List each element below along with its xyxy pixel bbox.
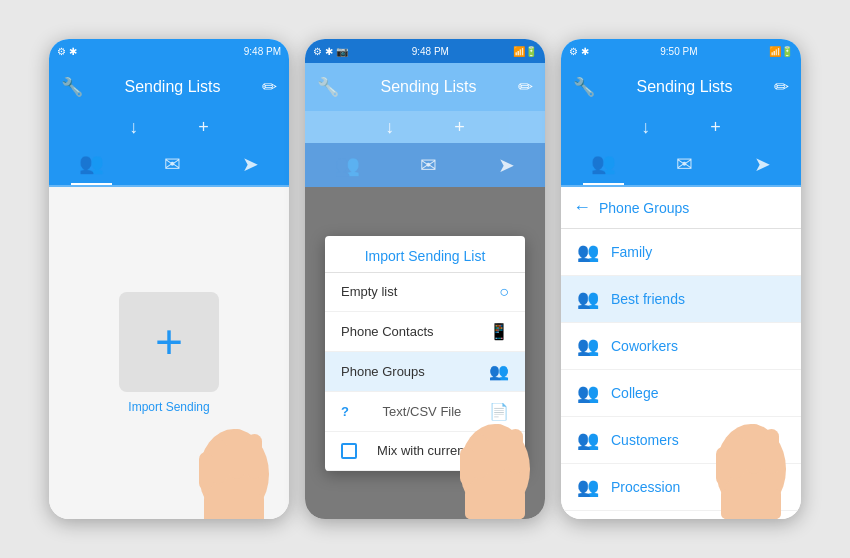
tab-email-3[interactable]: ✉ [668, 144, 701, 184]
procession-label: Procession [611, 479, 680, 495]
plus-icon: + [155, 318, 183, 366]
status-left-icons: ⚙ ✱ [57, 46, 77, 57]
list-item-family[interactable]: 👥 Family [561, 229, 801, 276]
dialog-title: Import Sending List [325, 236, 525, 273]
list-item-coworkers1[interactable]: 👥 Coworkers [561, 323, 801, 370]
phone-3: ⚙ ✱ 9:50 PM 📶🔋 🔧 Sending Lists ✏ ↓ + 👥 ✉… [561, 39, 801, 519]
app-bar-3: 🔧 Sending Lists ✏ [561, 63, 801, 111]
pencil-icon-3[interactable]: ✏ [774, 76, 789, 98]
wrench-icon-2: 🔧 [317, 76, 339, 98]
bestfriends-label: Best friends [611, 291, 685, 307]
svg-rect-9 [490, 424, 506, 474]
question-mark-icon: ? [341, 404, 349, 419]
svg-rect-2 [229, 429, 245, 479]
tab-send-3[interactable]: ➤ [746, 144, 779, 184]
back-arrow-icon[interactable]: ← [573, 197, 591, 218]
tab-email-icon[interactable]: ✉ [156, 144, 189, 184]
people-icon-family: 👥 [577, 241, 599, 263]
status-bar-1: ⚙ ✱ 9:48 PM [49, 39, 289, 63]
status-left-3: ⚙ ✱ [569, 46, 589, 57]
phone-2: ⚙ ✱ 📷 9:48 PM 📶🔋 🔧 Sending Lists ✏ ↓ + 👥… [305, 39, 545, 519]
tab-bar-1: 👥 ✉ ➤ [49, 143, 289, 187]
customers-label: Customers [611, 432, 679, 448]
down-arrow-2: ↓ [385, 117, 394, 138]
tab-people-icon[interactable]: 👥 [71, 143, 112, 185]
arrow-row-1: ↓ + [49, 111, 289, 143]
back-bar: ← Phone Groups [561, 187, 801, 229]
dialog-item-empty[interactable]: Empty list ○ [325, 273, 525, 312]
wrench-icon-3[interactable]: 🔧 [573, 76, 595, 98]
down-arrow-3[interactable]: ↓ [641, 117, 650, 138]
phone1-content: + Import Sending [49, 187, 289, 519]
pencil-icon-2: ✏ [518, 76, 533, 98]
svg-rect-11 [460, 447, 474, 485]
down-arrow-icon[interactable]: ↓ [129, 117, 138, 138]
back-title: Phone Groups [599, 200, 689, 216]
svg-rect-17 [764, 429, 779, 474]
tab-people-3[interactable]: 👥 [583, 143, 624, 185]
svg-rect-3 [247, 434, 262, 479]
arrow-row-2: ↓ + [305, 111, 545, 143]
add-icon[interactable]: + [198, 117, 209, 138]
tab-people-2: 👥 [327, 145, 368, 185]
add-icon-3[interactable]: + [710, 117, 721, 138]
tab-bar-2: 👥 ✉ ➤ [305, 143, 545, 187]
college-label: College [611, 385, 658, 401]
wrench-icon[interactable]: 🔧 [61, 76, 83, 98]
coworkers1-label: Coworkers [611, 338, 678, 354]
family-label: Family [611, 244, 652, 260]
svg-rect-20 [721, 489, 781, 519]
people-icon-procession: 👥 [577, 476, 599, 498]
tab-send-2: ➤ [490, 145, 523, 185]
app-title-2: Sending Lists [339, 78, 518, 96]
people-icon-college: 👥 [577, 382, 599, 404]
tab-send-icon[interactable]: ➤ [234, 144, 267, 184]
status-right-3: 📶🔋 [769, 46, 793, 57]
list-item-bestfriends[interactable]: 👥 Best friends [561, 276, 801, 323]
tab-email-2: ✉ [412, 145, 445, 185]
phone-1: ⚙ ✱ 9:48 PM 🔧 Sending Lists ✏ ↓ + 👥 ✉ ➤ … [49, 39, 289, 519]
tab-bar-3: 👥 ✉ ➤ [561, 143, 801, 187]
people-icon-customers: 👥 [577, 429, 599, 451]
svg-rect-10 [508, 429, 523, 474]
status-left-2: ⚙ ✱ 📷 [313, 46, 348, 57]
status-bar-2: ⚙ ✱ 📷 9:48 PM 📶🔋 [305, 39, 545, 63]
phone-groups-label: Phone Groups [341, 364, 425, 379]
pencil-icon[interactable]: ✏ [262, 76, 277, 98]
svg-rect-18 [716, 447, 730, 485]
status-time-3: 9:50 PM [660, 46, 697, 57]
svg-rect-4 [199, 452, 213, 490]
status-time-1: 9:48 PM [244, 46, 281, 57]
people-icon-coworkers1: 👥 [577, 335, 599, 357]
dialog-item-contacts[interactable]: Phone Contacts 📱 [325, 312, 525, 352]
empty-list-label: Empty list [341, 284, 397, 299]
hand-gesture-1 [179, 384, 289, 519]
people-icon: 👥 [489, 362, 509, 381]
svg-rect-16 [746, 424, 762, 474]
status-time-2: 9:48 PM [412, 46, 449, 57]
status-right-2: 📶🔋 [513, 46, 537, 57]
arrow-row-3: ↓ + [561, 111, 801, 143]
app-bar-2: 🔧 Sending Lists ✏ [305, 63, 545, 111]
import-box[interactable]: + [119, 292, 219, 392]
hand-gesture-2 [440, 379, 545, 519]
status-bar-3: ⚙ ✱ 9:50 PM 📶🔋 [561, 39, 801, 63]
app-title-1: Sending Lists [83, 78, 262, 96]
phone-icon: 📱 [489, 322, 509, 341]
radio-icon-empty: ○ [499, 283, 509, 301]
app-title-3: Sending Lists [595, 78, 774, 96]
svg-rect-13 [465, 489, 525, 519]
hand-gesture-3 [696, 379, 801, 519]
phone-contacts-label: Phone Contacts [341, 324, 434, 339]
add-icon-2: + [454, 117, 465, 138]
checkbox-mix[interactable] [341, 443, 357, 459]
people-icon-bestfriends: 👥 [577, 288, 599, 310]
svg-rect-6 [204, 494, 264, 519]
phone2-content: Import Sending List Empty list ○ Phone C… [305, 187, 545, 519]
app-bar-1: 🔧 Sending Lists ✏ [49, 63, 289, 111]
